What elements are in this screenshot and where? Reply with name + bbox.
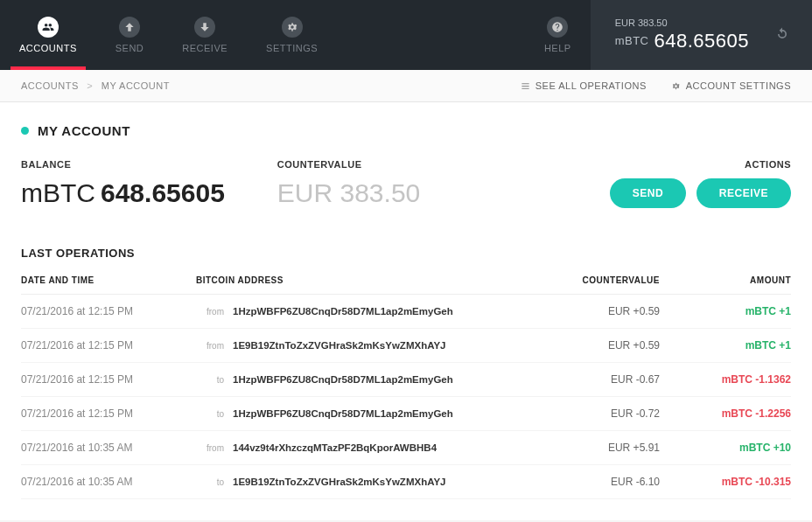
op-address-cell: from1E9B19ZtnToZxZVGHraSk2mKsYwZMXhAYJ (196, 339, 528, 351)
receive-button[interactable]: RECEIVE (696, 178, 791, 208)
header-balance-main: mBTC648.65605 (615, 30, 749, 52)
breadcrumb-current: MY ACCOUNT (102, 80, 170, 91)
last-operations-title: LAST OPERATIONS (21, 247, 791, 260)
arrow-up-icon (119, 17, 140, 38)
op-address: 1HzpWBFP6ZU8CnqDr58D7ML1ap2mEmyGeh (233, 374, 453, 385)
op-datetime: 07/21/2016 at 12:15 PM (21, 407, 196, 420)
send-button[interactable]: SEND (610, 178, 686, 208)
countervalue-label: COUNTERVALUE (277, 159, 420, 170)
gear-icon (282, 17, 303, 38)
op-datetime: 07/21/2016 at 12:15 PM (21, 373, 196, 386)
countervalue-col: COUNTERVALUE EUR 383.50 (277, 159, 420, 208)
op-countervalue: EUR -6.10 (528, 476, 660, 488)
gear-icon (671, 81, 681, 91)
op-direction: from (196, 443, 224, 453)
account-settings[interactable]: ACCOUNT SETTINGS (671, 80, 791, 91)
breadcrumb-actions: SEE ALL OPERATIONS ACCOUNT SETTINGS (521, 80, 791, 91)
breadcrumb: ACCOUNTS > MY ACCOUNT (21, 80, 170, 91)
operation-row[interactable]: 07/21/2016 at 12:15 PMto1HzpWBFP6ZU8CnqD… (21, 363, 791, 397)
op-address-cell: from1HzpWBFP6ZU8CnqDr58D7ML1ap2mEmyGeh (196, 305, 528, 317)
op-direction: from (196, 341, 224, 351)
balance-label: BALANCE (21, 159, 225, 170)
op-address: 1E9B19ZtnToZxZVGHraSk2mKsYwZMXhAYJ (233, 477, 446, 487)
header-balance-unit: mBTC (615, 34, 649, 47)
op-amount: mBTC -1.2256 (660, 407, 791, 420)
operation-row[interactable]: 07/21/2016 at 10:35 AMto1E9B19ZtnToZxZVG… (21, 465, 791, 499)
nav-help[interactable]: HELP (525, 0, 591, 70)
nav-spacer (337, 0, 525, 70)
op-address-cell: to1HzpWBFP6ZU8CnqDr58D7ML1ap2mEmyGeh (196, 373, 528, 386)
balance-amount: 648.65605 (101, 178, 225, 207)
operation-row[interactable]: 07/21/2016 at 12:15 PMfrom1E9B19ZtnToZxZ… (21, 329, 791, 363)
op-datetime: 07/21/2016 at 10:35 AM (21, 442, 196, 454)
see-all-operations[interactable]: SEE ALL OPERATIONS (521, 80, 647, 91)
op-countervalue: EUR +0.59 (528, 339, 660, 351)
op-countervalue: EUR -0.67 (528, 373, 660, 386)
op-address-cell: to1HzpWBFP6ZU8CnqDr58D7ML1ap2mEmyGeh (196, 407, 528, 420)
operation-row[interactable]: 07/21/2016 at 10:35 AMfrom144vz9t4rXhzcz… (21, 431, 791, 465)
nav-label: RECEIVE (182, 43, 228, 53)
op-address: 1HzpWBFP6ZU8CnqDr58D7ML1ap2mEmyGeh (233, 408, 453, 419)
col-datetime: DATE AND TIME (21, 275, 196, 285)
account-title: MY ACCOUNT (21, 123, 791, 138)
breadcrumb-bar: ACCOUNTS > MY ACCOUNT SEE ALL OPERATIONS… (0, 70, 812, 102)
actions-col: ACTIONS SEND RECEIVE (603, 159, 791, 208)
op-address-cell: to1E9B19ZtnToZxZVGHraSk2mKsYwZMXhAYJ (196, 476, 528, 488)
op-datetime: 07/21/2016 at 10:35 AM (21, 476, 196, 488)
nav-send[interactable]: SEND (96, 0, 164, 70)
arrow-down-icon (194, 17, 215, 38)
op-address: 1E9B19ZtnToZxZVGHraSk2mKsYwZMXhAYJ (233, 340, 446, 351)
list-icon (521, 81, 530, 91)
op-direction: to (196, 477, 224, 487)
op-datetime: 07/21/2016 at 12:15 PM (21, 305, 196, 317)
nav-settings[interactable]: SETTINGS (247, 0, 337, 70)
operations-header: DATE AND TIME BITCOIN ADDRESS COUNTERVAL… (21, 275, 791, 295)
see-all-label: SEE ALL OPERATIONS (536, 80, 647, 91)
nav-accounts[interactable]: ACCOUNTS (0, 0, 96, 70)
header-balance-amount: 648.65605 (654, 30, 750, 52)
account-settings-label: ACCOUNT SETTINGS (686, 80, 791, 91)
op-direction: from (196, 307, 224, 317)
account-name: MY ACCOUNT (38, 123, 130, 138)
operation-row[interactable]: 07/21/2016 at 12:15 PMto1HzpWBFP6ZU8CnqD… (21, 397, 791, 431)
op-datetime: 07/21/2016 at 12:15 PM (21, 339, 196, 351)
actions-buttons: SEND RECEIVE (603, 178, 791, 208)
op-amount: mBTC +1 (660, 339, 791, 351)
nav-right: HELP (525, 0, 591, 70)
balance-unit: mBTC (21, 178, 95, 207)
refresh-icon[interactable] (774, 25, 791, 45)
app-root: ACCOUNTS SEND RECEIVE SETTINGS (0, 0, 812, 520)
col-countervalue: COUNTERVALUE (528, 275, 660, 285)
op-amount: mBTC -1.1362 (660, 373, 791, 386)
operation-row[interactable]: 07/21/2016 at 12:15 PMfrom1HzpWBFP6ZU8Cn… (21, 295, 791, 329)
countervalue-value: EUR 383.50 (277, 178, 420, 208)
col-address: BITCOIN ADDRESS (196, 275, 528, 285)
nav-label: SETTINGS (266, 43, 318, 53)
header-countervalue: EUR 383.50 (615, 17, 749, 28)
operations-body: 07/21/2016 at 12:15 PMfrom1HzpWBFP6ZU8Cn… (21, 295, 791, 499)
account-color-dot (21, 127, 29, 135)
nav-receive[interactable]: RECEIVE (163, 0, 247, 70)
question-icon (547, 17, 568, 38)
topbar: ACCOUNTS SEND RECEIVE SETTINGS (0, 0, 812, 70)
nav-label: ACCOUNTS (19, 43, 77, 53)
op-amount: mBTC +10 (660, 442, 791, 454)
op-direction: to (196, 375, 224, 385)
nav-left: ACCOUNTS SEND RECEIVE SETTINGS (0, 0, 337, 70)
op-amount: mBTC -10.315 (660, 476, 791, 488)
op-countervalue: EUR +5.91 (528, 442, 660, 454)
balance-row: BALANCE mBTC648.65605 COUNTERVALUE EUR 3… (21, 159, 791, 208)
balance-col: BALANCE mBTC648.65605 (21, 159, 225, 208)
op-amount: mBTC +1 (660, 305, 791, 317)
main: MY ACCOUNT BALANCE mBTC648.65605 COUNTER… (0, 102, 812, 520)
breadcrumb-root[interactable]: ACCOUNTS (21, 80, 79, 91)
op-countervalue: EUR +0.59 (528, 305, 660, 317)
op-address: 144vz9t4rXhzczqMTazPF2BqKporAWBHB4 (233, 442, 437, 453)
actions-label: ACTIONS (603, 159, 791, 170)
header-balance-text: EUR 383.50 mBTC648.65605 (615, 17, 749, 52)
nav-label: SEND (116, 43, 144, 53)
nav-label: HELP (544, 43, 571, 53)
balance-value: mBTC648.65605 (21, 178, 225, 208)
op-address: 1HzpWBFP6ZU8CnqDr58D7ML1ap2mEmyGeh (233, 306, 453, 317)
breadcrumb-sep: > (87, 80, 93, 91)
